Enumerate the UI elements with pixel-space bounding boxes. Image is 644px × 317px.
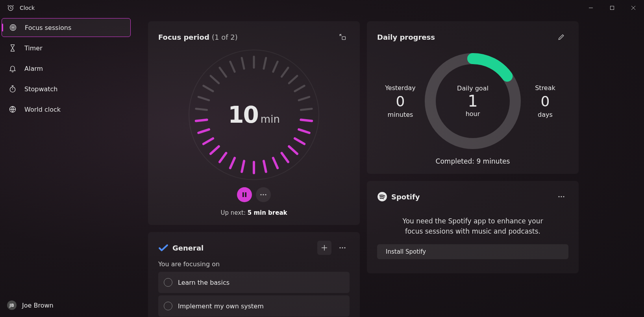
plus-icon (321, 245, 328, 251)
sidebar-item-label: World clock (24, 106, 61, 113)
svg-line-19 (295, 138, 304, 144)
svg-point-52 (563, 196, 564, 197)
svg-point-51 (561, 196, 562, 197)
svg-point-46 (344, 247, 345, 248)
user-footer[interactable]: JB Joe Brown (0, 293, 132, 317)
more-options-button[interactable] (256, 187, 271, 202)
app-title: Clock (20, 5, 35, 11)
svg-line-20 (289, 146, 297, 154)
more-icon (558, 196, 564, 197)
svg-point-4 (13, 27, 14, 28)
svg-line-29 (204, 138, 213, 144)
task-text: Learn the basics (178, 279, 229, 286)
svg-point-44 (339, 247, 341, 248)
svg-rect-1 (611, 6, 614, 10)
sidebar-item-label: Timer (24, 44, 43, 52)
task-item[interactable]: Learn the basics (158, 272, 350, 293)
task-radio[interactable] (164, 302, 172, 310)
user-name: Joe Brown (22, 302, 54, 309)
svg-line-12 (282, 68, 288, 77)
completed-text: Completed: 9 minutes (377, 157, 568, 165)
spotify-more-button[interactable] (554, 190, 568, 204)
svg-line-25 (242, 161, 244, 171)
svg-point-45 (342, 247, 343, 248)
svg-line-32 (196, 109, 207, 110)
daily-progress-title: Daily progress (377, 33, 435, 41)
clock-app-icon (7, 4, 14, 11)
task-item[interactable]: Implement my own system (158, 295, 350, 317)
globe-icon (9, 105, 17, 113)
pause-icon (242, 192, 247, 197)
sidebar-item-label: Alarm (24, 65, 43, 72)
svg-point-41 (260, 194, 261, 195)
svg-line-18 (299, 129, 309, 133)
svg-line-14 (295, 86, 304, 91)
tasks-list-name: General (172, 244, 204, 252)
stat-streak: Streak 0 days (522, 84, 568, 118)
sidebar-item-label: Stopwatch (24, 85, 57, 93)
svg-line-38 (242, 58, 244, 68)
spotify-brand: Spotify (391, 193, 420, 201)
daily-progress-card: Daily progress Yesterday 0 minutes (367, 21, 579, 174)
sidebar-item-world-clock[interactable]: World clock (2, 100, 131, 119)
svg-line-27 (220, 153, 226, 162)
pause-button[interactable] (237, 187, 252, 202)
focus-compact-button[interactable] (335, 30, 350, 44)
sidebar-item-focus-sessions[interactable]: Focus sessions (2, 18, 131, 37)
svg-line-22 (273, 158, 278, 168)
focus-icon (9, 24, 17, 31)
edit-progress-button[interactable] (554, 30, 568, 44)
close-button[interactable] (623, 0, 644, 16)
svg-line-17 (301, 120, 312, 121)
window-controls (580, 0, 644, 16)
timer-unit: min (261, 113, 280, 125)
bell-icon (9, 65, 17, 72)
svg-rect-40 (245, 192, 247, 197)
svg-line-33 (198, 97, 209, 100)
svg-line-11 (273, 62, 278, 72)
svg-line-31 (196, 120, 207, 121)
up-next: Up next: 5 min break (158, 209, 350, 216)
focus-period-card: Focus period (1 of 2) 10 min (148, 21, 360, 225)
svg-line-30 (198, 129, 209, 133)
more-icon (260, 194, 266, 195)
progress-ring: Daily goal 1 hour (424, 52, 522, 150)
svg-line-34 (204, 86, 213, 91)
svg-point-43 (265, 194, 266, 195)
main: Focus period (1 of 2) 10 min (132, 0, 644, 317)
svg-line-21 (282, 153, 288, 162)
svg-line-26 (230, 158, 235, 168)
spotify-icon (377, 192, 387, 202)
avatar: JB (7, 300, 17, 310)
task-radio[interactable] (164, 278, 172, 287)
hourglass-icon (9, 44, 17, 52)
tasks-card: General You are focusing on Learn the ba… (148, 232, 360, 317)
focusing-label: You are focusing on (158, 260, 350, 268)
svg-point-50 (558, 196, 559, 197)
sidebar-item-alarm[interactable]: Alarm (2, 59, 131, 78)
pencil-icon (557, 33, 565, 41)
tasks-more-button[interactable] (335, 241, 350, 255)
sidebar-item-timer[interactable]: Timer (2, 39, 131, 57)
stat-yesterday: Yesterday 0 minutes (377, 84, 424, 118)
install-spotify-button[interactable]: Install Spotify (377, 244, 568, 259)
spotify-card: Spotify You need the Spotify app to enha… (367, 181, 579, 273)
timer-dial: 10 min (187, 48, 321, 182)
svg-rect-7 (342, 37, 345, 40)
stopwatch-icon (9, 85, 17, 93)
svg-rect-39 (242, 192, 244, 197)
sidebar-item-stopwatch[interactable]: Stopwatch (2, 79, 131, 98)
sidebar-item-label: Focus sessions (25, 24, 71, 31)
svg-line-23 (264, 161, 266, 171)
maximize-button[interactable] (601, 0, 623, 16)
minimize-button[interactable] (580, 0, 601, 16)
svg-line-15 (299, 97, 309, 100)
timer-value: 10 (228, 101, 258, 128)
svg-line-13 (289, 76, 297, 83)
add-task-button[interactable] (317, 241, 331, 255)
focus-period-title: Focus period (1 of 2) (158, 33, 238, 41)
svg-line-28 (211, 146, 219, 154)
titlebar-left: Clock (0, 4, 35, 11)
svg-point-42 (263, 194, 264, 195)
sidebar: Focus sessions Timer Alarm Stopwatch Wor… (0, 0, 132, 317)
